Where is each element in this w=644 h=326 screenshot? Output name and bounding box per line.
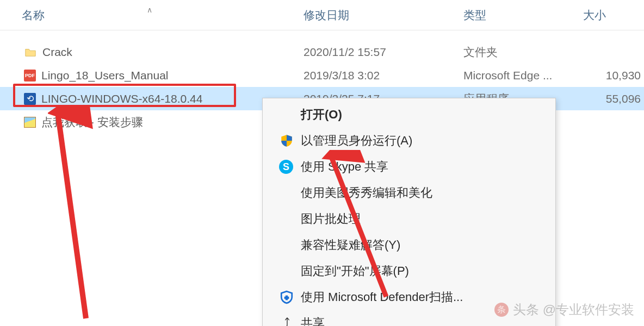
pdf-icon: PDF bbox=[24, 70, 36, 82]
menu-run-as-admin[interactable]: 以管理员身份运行(A) bbox=[264, 128, 554, 154]
watermark: 条 头条 @专业软件安装 bbox=[494, 301, 634, 318]
installer-icon: ⟲ bbox=[24, 93, 36, 105]
menu-pin-to-start[interactable]: 固定到"开始"屏幕(P) bbox=[264, 258, 554, 284]
menu-compat-troubleshoot[interactable]: 兼容性疑难解答(Y) bbox=[264, 232, 554, 258]
menu-label: 固定到"开始"屏幕(P) bbox=[301, 263, 409, 279]
file-size: 10,930 bbox=[582, 69, 644, 82]
file-row-manual[interactable]: PDF Lingo_18_Users_Manual 2019/3/18 3:02… bbox=[0, 64, 644, 87]
column-name-label: 名称 bbox=[22, 9, 45, 21]
menu-label: 兼容性疑难解答(Y) bbox=[301, 237, 400, 253]
menu-label: 图片批处理 bbox=[301, 211, 361, 227]
menu-open[interactable]: 打开(O) bbox=[264, 102, 554, 128]
file-name: Crack bbox=[42, 46, 72, 59]
menu-label: 使用美图秀秀编辑和美化 bbox=[301, 185, 432, 201]
file-name: 点我获取 - 安装步骤 bbox=[41, 115, 143, 130]
menu-label: 打开(O) bbox=[301, 106, 342, 123]
context-menu: 打开(O) 以管理员身份运行(A) S 使用 Skype 共享 使用美图秀秀编辑… bbox=[262, 98, 556, 326]
menu-label: 以管理员身份运行(A) bbox=[301, 133, 412, 149]
annotation-arrow-1 bbox=[48, 106, 113, 324]
file-name: Lingo_18_Users_Manual bbox=[41, 69, 169, 82]
menu-label: 使用 Skype 共享 bbox=[301, 159, 388, 175]
watermark-text: 头条 @专业软件安装 bbox=[513, 301, 634, 318]
menu-skype-share[interactable]: S 使用 Skype 共享 bbox=[264, 154, 554, 180]
column-type-header[interactable]: 类型 bbox=[457, 8, 582, 23]
svg-line-3 bbox=[58, 112, 86, 318]
share-icon: ⤴ bbox=[279, 316, 294, 326]
menu-image-batch[interactable]: 图片批处理 bbox=[264, 206, 554, 232]
column-header-row: 名称 ∧ 修改日期 类型 大小 bbox=[0, 0, 644, 30]
menu-meitu-edit[interactable]: 使用美图秀秀编辑和美化 bbox=[264, 180, 554, 206]
skype-icon: S bbox=[279, 160, 293, 174]
file-type: Microsoft Edge ... bbox=[457, 69, 582, 82]
column-size-header[interactable]: 大小 bbox=[582, 8, 644, 23]
uac-shield-icon bbox=[279, 133, 294, 148]
menu-label: 使用 Microsoft Defender扫描... bbox=[301, 289, 463, 305]
sort-indicator-icon: ∧ bbox=[147, 5, 152, 14]
folder-icon bbox=[24, 46, 37, 59]
file-size: 55,096 bbox=[582, 92, 644, 105]
file-row-crack[interactable]: Crack 2020/11/2 15:57 文件夹 bbox=[0, 40, 644, 64]
image-icon bbox=[24, 117, 36, 128]
file-date: 2020/11/2 15:57 bbox=[294, 46, 457, 59]
file-date: 2019/3/18 3:02 bbox=[294, 69, 457, 82]
file-name: LINGO-WINDOWS-x64-18.0.44 bbox=[41, 92, 202, 105]
defender-shield-icon bbox=[279, 290, 294, 305]
column-date-header[interactable]: 修改日期 bbox=[294, 8, 457, 23]
svg-rect-1 bbox=[284, 297, 289, 299]
menu-label: 共享 bbox=[301, 315, 325, 326]
file-type: 文件夹 bbox=[457, 45, 582, 60]
column-name-header[interactable]: 名称 ∧ bbox=[0, 8, 294, 23]
watermark-icon: 条 bbox=[494, 303, 509, 317]
